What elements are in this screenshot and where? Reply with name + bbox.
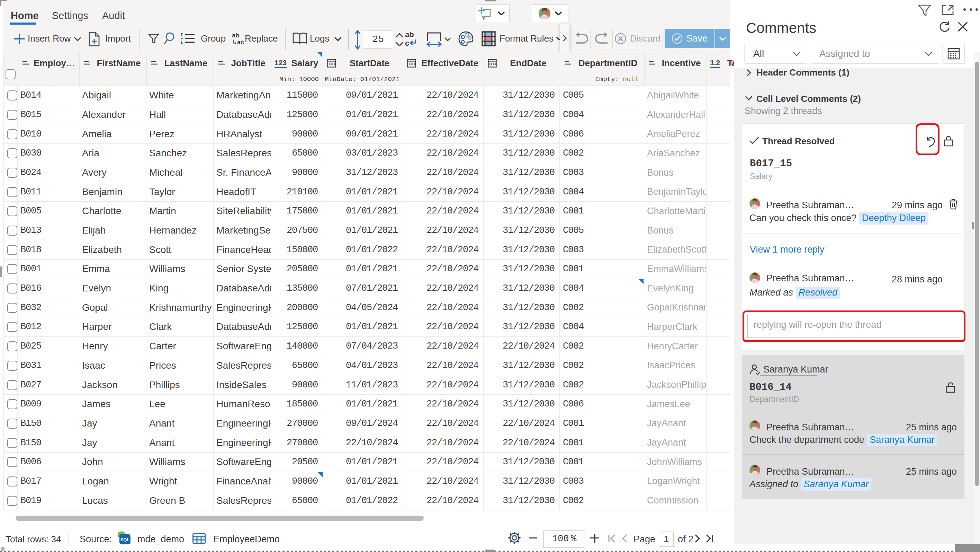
svg-text:c: c <box>405 39 409 47</box>
svg-text:ab: ab <box>405 32 414 39</box>
svg-text:SQL: SQL <box>121 537 130 542</box>
